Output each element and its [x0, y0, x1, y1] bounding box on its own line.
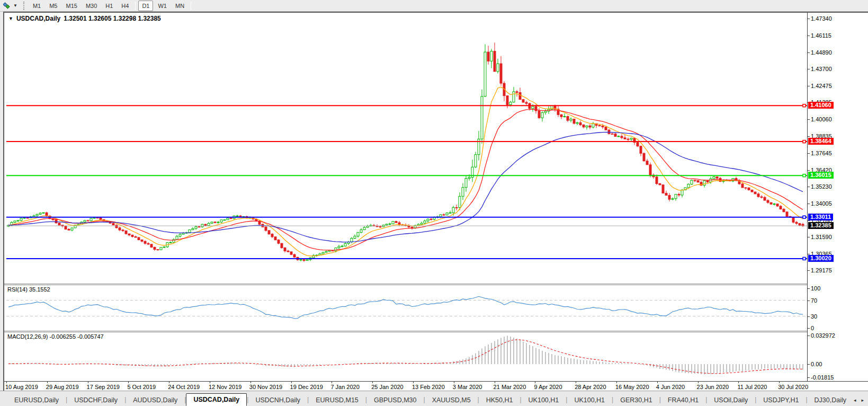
- time-tick-mark: [332, 382, 332, 383]
- price-tick-label: 1.44890: [811, 49, 832, 56]
- rsi-tick-mark: [808, 316, 810, 317]
- macd-tick-mark: [808, 377, 810, 378]
- time-tick-mark: [495, 382, 495, 383]
- tab-usdjpy-h1[interactable]: USDJPY,H1: [756, 394, 806, 406]
- price-tick-mark: [808, 237, 810, 237]
- time-axis-label: 5 Oct 2019: [127, 384, 156, 390]
- time-tick-mark: [413, 382, 414, 383]
- price-chart-canvas[interactable]: [6, 14, 807, 284]
- time-tick-mark: [454, 382, 454, 383]
- tab-dj30-daily[interactable]: DJ30,Daily: [808, 394, 852, 406]
- timeframe-button-w1[interactable]: W1: [154, 1, 171, 11]
- time-tick-mark: [779, 382, 780, 383]
- time-tick-mark: [616, 382, 617, 383]
- tab-xauusd-m5[interactable]: XAUUSD,M5: [425, 394, 478, 406]
- price-tick-mark: [808, 86, 810, 86]
- time-axis-label: 10 Aug 2019: [5, 384, 38, 390]
- time-tick-mark: [128, 382, 129, 383]
- macd-tick-mark: [808, 336, 810, 336]
- price-tick-label: 1.35230: [811, 183, 832, 190]
- price-tick-mark: [808, 136, 810, 137]
- price-tick-mark: [808, 204, 810, 204]
- toolbar-grip-handle[interactable]: [23, 2, 26, 10]
- timeframe-button-m30[interactable]: M30: [82, 1, 101, 11]
- price-tick-label: 1.40060: [811, 116, 832, 122]
- time-axis-label: 24 Oct 2019: [168, 384, 200, 390]
- time-axis-label: 16 May 2020: [615, 384, 649, 390]
- chart-type-button[interactable]: ▼: [0, 1, 21, 11]
- time-tick-mark: [291, 382, 292, 383]
- tab-usdcnh-daily[interactable]: USDCNH,Daily: [248, 394, 307, 406]
- rsi-chart-canvas[interactable]: [6, 285, 807, 331]
- price-tick-mark: [808, 52, 810, 53]
- price-tick-mark: [808, 153, 810, 154]
- tab-ger30-h1[interactable]: GER30,H1: [613, 394, 659, 406]
- timeframe-button-h4[interactable]: H4: [118, 1, 132, 11]
- price-tick-label: 1.47340: [811, 15, 832, 22]
- tab-eurusd-m15[interactable]: EURUSD,M15: [309, 394, 365, 406]
- time-tick-mark: [88, 382, 88, 383]
- tab-scroll-left-icon[interactable]: ◂: [854, 398, 856, 403]
- price-tick-mark: [808, 69, 810, 69]
- chart-window[interactable]: ▼ USDCAD,Daily 1.32501 1.32605 1.32298 1…: [3, 12, 868, 391]
- tab-uk100-h1[interactable]: UK100,H1: [522, 394, 566, 406]
- timeframe-button-m1[interactable]: M1: [29, 1, 44, 11]
- time-tick-mark: [47, 382, 48, 383]
- hline-price-badge: 1.38464: [808, 138, 834, 145]
- time-tick-mark: [698, 382, 699, 383]
- price-tick-label: 1.34005: [811, 200, 832, 207]
- tab-hk50-h1[interactable]: HK50,H1: [479, 394, 520, 406]
- time-axis: 10 Aug 201929 Aug 201917 Sep 20195 Oct 2…: [4, 381, 868, 392]
- timeframe-button-h1[interactable]: H1: [102, 1, 117, 11]
- time-axis-label: 11 Jul 2020: [737, 384, 767, 390]
- timeframe-button-d1[interactable]: D1: [138, 1, 153, 11]
- rsi-tick-label: 0: [811, 325, 814, 331]
- tab-audusd-daily[interactable]: AUDUSD,Daily: [126, 394, 184, 406]
- time-axis-label: 28 Apr 2020: [575, 384, 606, 390]
- time-tick-mark: [250, 382, 251, 383]
- tab-scroll-controls: ◂ ▸: [852, 398, 868, 406]
- time-tick-mark: [372, 382, 373, 383]
- rsi-tick-mark: [808, 328, 810, 329]
- price-axis: 1.473401.461151.448901.437001.424751.412…: [807, 13, 868, 381]
- price-tick-label: 1.43700: [811, 66, 832, 72]
- hline-price-badge: 1.33011: [808, 214, 833, 220]
- timeframe-buttons: M1M5M15M30H1H4D1W1MN: [29, 1, 193, 11]
- time-axis-label: 3 Mar 2020: [453, 384, 482, 390]
- rsi-tick-label: 30: [811, 313, 817, 320]
- hline-price-badge: 1.36015: [808, 172, 834, 179]
- macd-tick-label: -0.01815: [811, 374, 834, 381]
- price-tick-label: 1.31590: [811, 234, 832, 240]
- time-tick-mark: [657, 382, 658, 383]
- rsi-tick-mark: [808, 288, 810, 289]
- price-tick-mark: [808, 36, 810, 36]
- time-axis-label: 4 Jun 2020: [656, 384, 685, 390]
- toolbar-separator: [191, 2, 191, 10]
- time-tick-mark: [169, 382, 169, 383]
- toolbar-separator: [135, 2, 136, 10]
- timeframe-button-m15[interactable]: M15: [62, 1, 80, 11]
- current-price-badge: 1.32385: [808, 222, 834, 229]
- tab-usoil-daily[interactable]: USOil,Daily: [707, 394, 755, 406]
- rsi-tick-label: 100: [811, 285, 820, 292]
- time-axis-label: 29 Aug 2019: [46, 384, 79, 390]
- timeframe-button-mn[interactable]: MN: [172, 1, 188, 11]
- time-axis-label: 25 Jan 2020: [371, 384, 404, 390]
- tab-eurusd-daily[interactable]: EURUSD,Daily: [7, 394, 66, 406]
- chart-tab-bar: EURUSD,Daily|USDCHF,Daily|AUDUSD,Daily|U…: [0, 391, 868, 406]
- tab-gbpusd-m30[interactable]: GBPUSD,M30: [367, 394, 424, 406]
- price-tick-mark: [808, 170, 810, 171]
- tab-usdchf-daily[interactable]: USDCHF,Daily: [67, 394, 124, 406]
- time-axis-label: 9 Apr 2020: [534, 384, 562, 390]
- tab-fra40-h1[interactable]: FRA40,H1: [661, 394, 705, 406]
- tab-uk100-h1[interactable]: UK100,H1: [567, 394, 612, 406]
- timeframe-toolbar: ▼ M1M5M15M30H1H4D1W1MN: [0, 0, 868, 12]
- tab-usdcad-daily[interactable]: USDCAD,Daily: [186, 393, 247, 406]
- macd-chart-canvas[interactable]: [6, 332, 807, 381]
- timeframe-button-m5[interactable]: M5: [46, 1, 61, 11]
- tab-scroll-right-icon[interactable]: ▸: [861, 398, 864, 403]
- time-axis-label: 17 Sep 2019: [87, 384, 120, 390]
- price-tick-mark: [808, 187, 810, 187]
- candlestick-chart-icon: [3, 2, 12, 10]
- price-tick-label: 1.42475: [811, 83, 832, 89]
